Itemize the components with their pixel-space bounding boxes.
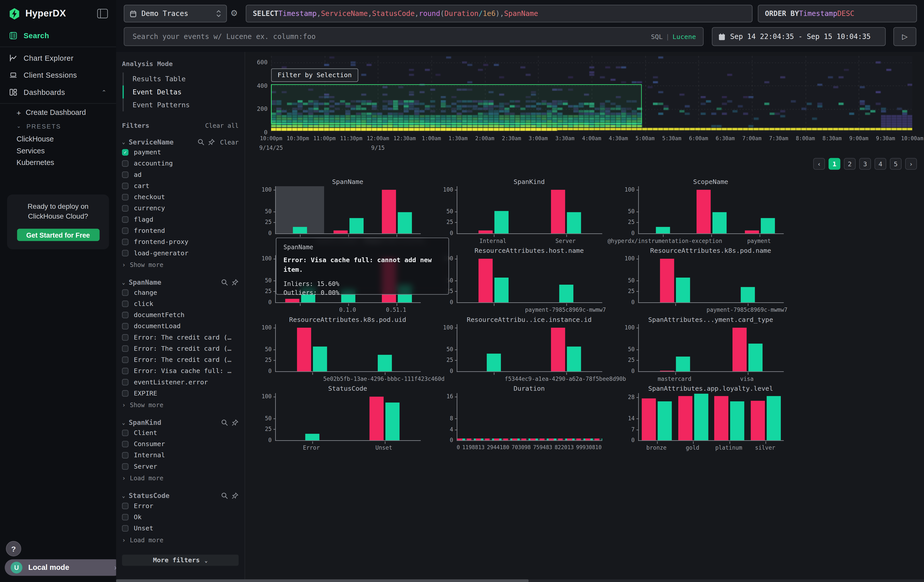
bar-outlier[interactable] [733, 328, 747, 371]
order-by-input[interactable]: ORDER BY Timestamp DESC [758, 5, 917, 23]
filter-section-name[interactable]: SpanName [129, 278, 218, 287]
pagination-page-3[interactable]: 3 [859, 158, 871, 170]
checkbox[interactable] [122, 183, 129, 189]
filter-section-name[interactable]: SpanKind [129, 419, 218, 427]
checkbox[interactable] [122, 205, 129, 211]
bar-inlier[interactable] [656, 227, 670, 233]
bar-inlier[interactable] [378, 355, 392, 371]
checkbox[interactable] [122, 323, 129, 329]
pagination-next-button[interactable]: › [905, 158, 917, 170]
filter-checkbox-row[interactable]: Ok [122, 512, 239, 522]
bar-outlier[interactable] [660, 371, 674, 371]
scrollbar-thumb[interactable] [116, 579, 528, 582]
bar-outlier[interactable] [370, 397, 384, 440]
checkbox[interactable]: ✓ [122, 149, 129, 155]
bar-inlier[interactable] [398, 212, 412, 234]
checkbox[interactable] [122, 463, 129, 470]
bar-inlier[interactable] [567, 346, 581, 371]
checkbox[interactable] [122, 356, 129, 363]
gear-icon[interactable]: ⚙ [231, 8, 238, 18]
source-select[interactable]: Demo Traces [124, 5, 227, 23]
analysis-mode-results-table[interactable]: Results Table [122, 73, 239, 85]
bar-inlier[interactable] [761, 218, 775, 233]
bar-inlier[interactable] [741, 287, 755, 302]
checkbox[interactable] [122, 238, 129, 245]
checkbox[interactable] [122, 300, 129, 307]
pagination-page-4[interactable]: 4 [874, 158, 886, 170]
checkbox[interactable] [122, 379, 129, 385]
bar-outlier[interactable] [478, 259, 493, 302]
checkbox[interactable] [122, 452, 129, 458]
filter-checkbox-row[interactable]: Unset [122, 523, 239, 533]
filter-checkbox-row[interactable]: documentLoad [122, 321, 239, 331]
bar-outlier[interactable] [333, 230, 347, 233]
sidebar-presets-toggle[interactable]: ⌄ PRESETS [0, 119, 116, 133]
pagination-prev-button[interactable]: ‹ [813, 158, 825, 170]
bar-inlier[interactable] [712, 212, 726, 234]
filter-checkbox-row[interactable]: Error [122, 500, 239, 511]
lucene-toggle[interactable]: Lucene [673, 33, 696, 40]
filter-checkbox-row[interactable]: flagd [122, 214, 239, 224]
bar-outlier[interactable] [642, 399, 656, 440]
analysis-mode-event-deltas[interactable]: Event Deltas [122, 86, 239, 99]
chevron-down-icon[interactable]: ⌄ [122, 279, 125, 285]
chevron-down-icon[interactable]: ⌄ [122, 493, 125, 498]
account-menu[interactable]: U Local mode › [5, 559, 123, 576]
bar-inlier[interactable] [494, 211, 508, 233]
sidebar-item-create-dashboard[interactable]: + Create Dashboard [0, 106, 116, 119]
checkbox[interactable] [122, 525, 129, 531]
bar-inlier[interactable] [305, 434, 319, 440]
bar-outlier[interactable] [745, 230, 759, 233]
search-icon[interactable] [221, 492, 228, 499]
checkbox[interactable] [122, 514, 129, 520]
pagination-page-5[interactable]: 5 [890, 158, 902, 170]
pin-icon[interactable] [231, 492, 239, 499]
bar-inlier[interactable] [349, 218, 363, 233]
filter-checkbox-row[interactable]: ✓ payment [122, 147, 239, 157]
checkbox[interactable] [122, 312, 129, 318]
get-started-button[interactable]: Get Started for Free [17, 229, 99, 241]
clear-all-button[interactable]: Clear all [205, 122, 239, 129]
checkbox[interactable] [122, 368, 129, 374]
sidebar-item-dashboards[interactable]: Dashboards ⌃ [0, 84, 116, 101]
bar-outlier[interactable] [285, 299, 299, 302]
filter-checkbox-row[interactable]: documentFetch [122, 310, 239, 320]
bar-inlier[interactable] [567, 212, 581, 234]
checkbox[interactable] [122, 440, 129, 447]
show-more-button[interactable]: › Show more [122, 399, 239, 410]
select-query-input[interactable]: SELECT Timestamp, ServiceName, StatusCod… [246, 5, 752, 23]
checkbox[interactable] [122, 227, 129, 234]
filter-checkbox-row[interactable]: Client [122, 427, 239, 438]
bar-inlier[interactable] [676, 277, 690, 302]
bar-inlier[interactable] [559, 285, 573, 302]
filter-checkbox-row[interactable]: Internal [122, 450, 239, 460]
bar-inlier[interactable] [313, 346, 327, 371]
bar-outlier[interactable] [678, 396, 692, 440]
horizontal-scrollbar[interactable] [116, 579, 924, 582]
search-icon[interactable] [221, 279, 228, 286]
checkbox[interactable] [122, 334, 129, 340]
checkbox[interactable] [122, 345, 129, 352]
filter-checkbox-row[interactable]: EXPIRE [122, 388, 239, 399]
sidebar-item-client-sessions[interactable]: Client Sessions [0, 66, 116, 84]
run-query-button[interactable]: ▷ [893, 27, 916, 46]
filter-checkbox-row[interactable]: accounting [122, 158, 239, 168]
filter-checkbox-row[interactable]: click [122, 298, 239, 309]
heatmap-selection-rect[interactable] [271, 84, 642, 124]
show-more-button[interactable]: › Load more [122, 534, 239, 545]
date-range-picker[interactable]: Sep 14 22:04:35 - Sep 15 10:04:35 [712, 27, 886, 46]
search-input[interactable] [131, 32, 651, 41]
bar-outlier[interactable] [478, 230, 493, 233]
filter-checkbox-row[interactable]: load-generator [122, 247, 239, 258]
bar-outlier[interactable] [714, 396, 728, 440]
checkbox[interactable] [122, 429, 129, 436]
chevron-down-icon[interactable]: ⌄ [122, 420, 125, 425]
help-button[interactable]: ? [6, 541, 21, 556]
pagination-page-2[interactable]: 2 [844, 158, 856, 170]
show-more-button[interactable]: › Load more [122, 473, 239, 483]
checkbox[interactable] [122, 289, 129, 295]
checkbox[interactable] [122, 216, 129, 223]
pin-icon[interactable] [231, 279, 239, 286]
filter-checkbox-row[interactable]: Consumer [122, 439, 239, 449]
checkbox[interactable] [122, 160, 129, 167]
